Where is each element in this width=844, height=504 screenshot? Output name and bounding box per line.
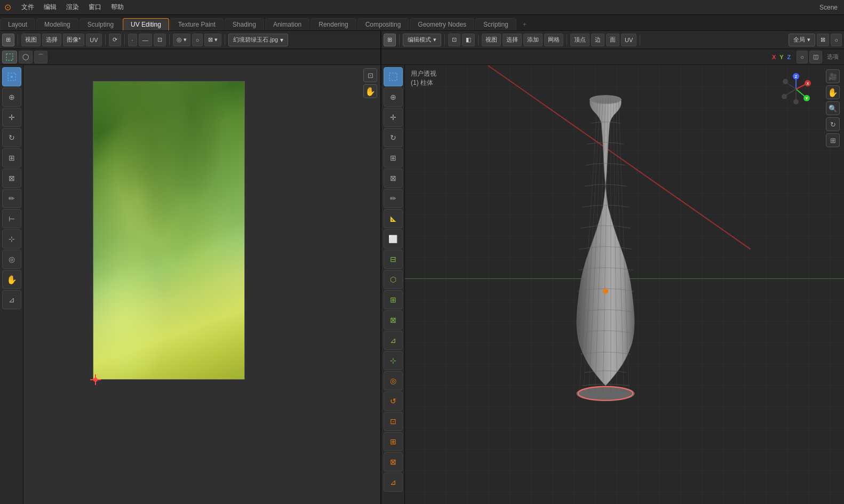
vp-tool-add-mesh[interactable]: ⊟ [384, 250, 403, 269]
tab-shading[interactable]: Shading [225, 18, 264, 30]
tab-compositing[interactable]: Compositing [357, 18, 409, 30]
uv-editor-toolbar2: ◯ ⌒ [0, 49, 380, 65]
menu-window[interactable]: 窗口 [84, 2, 106, 13]
nav-pan-3d[interactable]: ✋ [826, 85, 840, 99]
tab-layout[interactable]: Layout [0, 18, 35, 30]
nav-zoom-3d[interactable]: 🔍 [826, 101, 840, 115]
nav-pan[interactable]: ✋ [363, 84, 377, 98]
vp-tool-bisect[interactable]: ⊹ [384, 351, 403, 370]
tab-rendering[interactable]: Rendering [310, 18, 356, 30]
uv-view-menu[interactable]: 视图 [21, 34, 41, 46]
uv-canvas[interactable]: ⊡ ✋ [23, 65, 380, 504]
tool-rip[interactable]: ⊢ [2, 209, 21, 228]
uv-uv-menu[interactable]: UV [86, 34, 101, 46]
uv-proportional[interactable]: ○ [192, 34, 203, 46]
uv-select-mode[interactable]: UV [621, 34, 636, 46]
uv-image-menu[interactable]: 图像* [63, 34, 84, 46]
uv-select-lasso[interactable]: ⌒ [34, 51, 47, 63]
face-select[interactable]: 面 [606, 34, 619, 46]
vp-tool-add-cube[interactable]: ⬜ [384, 229, 403, 249]
tab-modeling[interactable]: Modeling [36, 18, 78, 30]
snap-toggle[interactable]: ⊠ [817, 34, 829, 46]
nav-grid[interactable]: ⊞ [826, 133, 840, 147]
tab-animation[interactable]: Animation [265, 18, 309, 30]
vp-tool-measure[interactable]: 📐 [384, 209, 403, 228]
viewport-overlay-local[interactable]: ⊡ [448, 34, 460, 46]
viewport-select-menu[interactable]: 选择 [503, 34, 522, 46]
uv-select-box-active[interactable] [2, 51, 17, 63]
orientation-gizmo[interactable]: Z X Y [780, 73, 812, 105]
nav-camera[interactable]: 🎥 [826, 69, 840, 83]
vp-tool-offset[interactable]: ⊠ [384, 310, 403, 330]
nav-orbit[interactable]: ↻ [826, 117, 840, 131]
global-dropdown[interactable]: 全局 ▾ [789, 34, 815, 46]
tool-relax[interactable]: ⊹ [2, 229, 21, 249]
3d-viewport[interactable]: ⊕ ✛ ↻ ⊞ ⊠ ✏ 📐 ⬜ ⊟ ⬡ ⊞ ⊠ ⊿ ⊹ ◎ ↺ ⊡ ⊞ ⊠ ⊿ [381, 65, 844, 504]
tab-geometry-nodes[interactable]: Geometry Nodes [410, 18, 474, 30]
vp-tool-cursor[interactable]: ⊕ [384, 87, 403, 107]
vp-tool-smooth[interactable]: ⊡ [384, 412, 403, 431]
tool-push-pull[interactable]: ⊿ [2, 290, 21, 309]
uv-face-select[interactable]: ⊡ [154, 34, 166, 46]
select-mode-icon[interactable]: ◫ [809, 51, 822, 63]
vp-tool-knife[interactable]: ⊿ [384, 331, 403, 350]
tab-add[interactable]: + [517, 19, 532, 30]
tool-annotate[interactable]: ✏ [2, 189, 21, 208]
uv-select-menu[interactable]: 选择 [42, 34, 61, 46]
uv-cursor [90, 374, 101, 385]
tab-uv-editing[interactable]: UV Editing [123, 18, 169, 30]
vp-tool-push-pull[interactable]: ⊿ [384, 473, 403, 492]
edit-mode-dropdown[interactable]: 编辑模式 ▾ [403, 34, 441, 46]
scene-name: Scene [819, 4, 844, 11]
proportional-icon[interactable]: ○ [797, 51, 808, 63]
vp-tool-rotate[interactable]: ↻ [384, 128, 403, 147]
top-menu-bar: ⊙ 文件 编辑 渲染 窗口 帮助 Scene [0, 0, 844, 15]
proportional-edit[interactable]: ○ [831, 34, 842, 46]
viewport-mesh-menu[interactable]: 网格 [544, 34, 563, 46]
viewport-overlay-wire[interactable]: ◧ [462, 34, 475, 46]
tab-scripting[interactable]: Scripting [475, 18, 516, 30]
vp-tool-bevel[interactable]: ⬡ [384, 270, 403, 289]
uv-select-circle[interactable]: ◯ [19, 51, 33, 63]
tool-rotate[interactable]: ↻ [2, 128, 21, 147]
menu-edit[interactable]: 编辑 [39, 2, 61, 13]
tool-scale[interactable]: ⊞ [2, 148, 21, 167]
image-name-dropdown[interactable]: 幻境碧绿玉石.jpg ▾ [228, 34, 288, 46]
tool-transform[interactable]: ⊠ [2, 169, 21, 188]
uv-vertex-select[interactable]: · [128, 34, 137, 46]
uv-pivot[interactable]: ◎ ▾ [173, 34, 190, 46]
tab-sculpting[interactable]: Sculpting [79, 18, 122, 30]
nav-zoom-extend[interactable]: ⊡ [363, 68, 377, 82]
edge-select[interactable]: 边 [591, 34, 604, 46]
uv-view-label: 视图 [25, 36, 37, 44]
menu-file[interactable]: 文件 [17, 2, 38, 13]
tool-select-box[interactable] [2, 67, 21, 86]
vp-tool-spin[interactable]: ↺ [384, 391, 403, 411]
vp-tool-annotate[interactable]: ✏ [384, 189, 403, 208]
vp-tool-scale[interactable]: ⊞ [384, 148, 403, 167]
vp-tool-transform[interactable]: ⊠ [384, 169, 403, 188]
tab-texture-paint[interactable]: Texture Paint [170, 18, 224, 30]
menu-render[interactable]: 渲染 [62, 2, 83, 13]
tool-pinch[interactable]: ◎ [2, 250, 21, 269]
tool-move[interactable]: ✛ [2, 108, 21, 127]
uv-snap[interactable]: ⊠ ▾ [204, 34, 221, 46]
menu-help[interactable]: 帮助 [107, 2, 128, 13]
vp-tool-loop-cut[interactable]: ⊞ [384, 290, 403, 309]
uv-mode-select[interactable]: ⊞ [2, 34, 14, 46]
uv-viewport[interactable]: ⊕ ✛ ↻ ⊞ ⊠ ✏ ⊢ ⊹ ◎ ✋ ⊿ [0, 65, 380, 504]
viewport-mode-select[interactable]: ⊞ [384, 34, 396, 46]
uv-sync-toggle[interactable]: ⟳ [109, 34, 121, 46]
vp-tool-select[interactable] [384, 67, 403, 86]
tool-cursor[interactable]: ⊕ [2, 87, 21, 107]
tool-grab[interactable]: ✋ [2, 270, 21, 289]
vertex-select[interactable]: 顶点 [570, 34, 590, 46]
vp-tool-poly-build[interactable]: ◎ [384, 371, 403, 390]
viewport-add-menu[interactable]: 添加 [523, 34, 543, 46]
vp-tool-shrink[interactable]: ⊠ [384, 452, 403, 471]
vp-tool-move[interactable]: ✛ [384, 108, 403, 127]
uv-edge-select[interactable]: — [139, 34, 152, 46]
viewport-view-menu[interactable]: 视图 [482, 34, 501, 46]
blender-logo[interactable]: ⊙ [0, 0, 15, 15]
vp-tool-edge-slide[interactable]: ⊞ [384, 432, 403, 451]
